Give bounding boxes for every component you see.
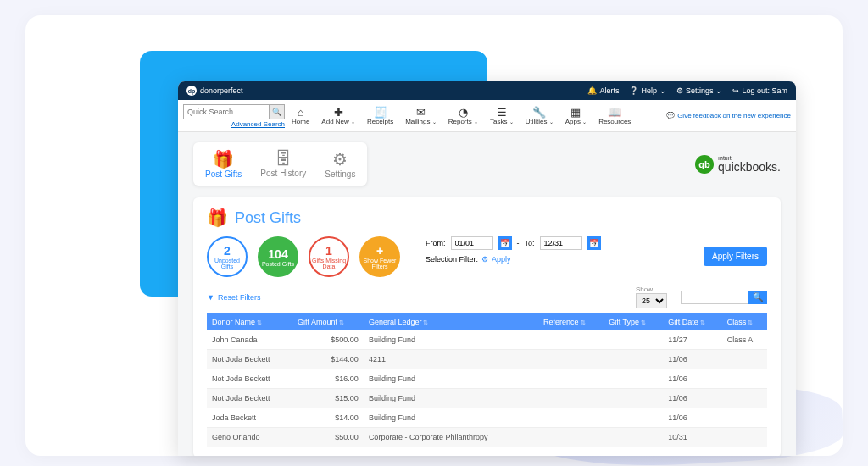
table-row[interactable]: John Canada$500.00Building Fund11/27Clas…: [207, 330, 767, 350]
content-area: 🎁Post Gifts🗄Post History⚙Settings qb ınt…: [178, 132, 796, 456]
sort-icon: ⇅: [700, 319, 705, 325]
settings-menu[interactable]: ⚙Settings⌄: [676, 86, 723, 95]
search-icon: 🔍: [272, 108, 281, 116]
chevron-down-icon: ⌄: [659, 86, 666, 95]
logout-icon: ↪: [732, 86, 739, 95]
nav-icon: 🔧: [532, 107, 546, 118]
sort-icon: ⇅: [423, 319, 428, 325]
nav-utilities[interactable]: 🔧Utilities ⌄: [526, 107, 554, 125]
table-row[interactable]: Not Joda Beckett$15.00Building Fund11/06: [207, 389, 767, 408]
filter-gear-icon[interactable]: ⚙: [481, 255, 488, 264]
chevron-down-icon: ⌄: [474, 119, 478, 125]
nav-icon: ☰: [497, 107, 507, 118]
nav-icon: ▦: [570, 107, 581, 118]
sort-icon: ⇅: [748, 319, 753, 325]
col-reference[interactable]: Reference⇅: [538, 313, 604, 330]
nav-icon: 🧾: [374, 107, 387, 118]
sort-icon: ⇅: [641, 319, 646, 325]
col-blank[interactable]: [526, 313, 538, 330]
col-gift-amount[interactable]: Gift Amount⇅: [292, 313, 364, 330]
col-general-ledger[interactable]: General Ledger⇅: [364, 313, 526, 330]
funnel-icon: ▼: [207, 293, 214, 302]
stat-posted-gifts[interactable]: 104Posted Gifts: [258, 236, 298, 277]
from-date-input[interactable]: [451, 236, 493, 250]
nav-icon: ✚: [334, 107, 343, 118]
table-search-input[interactable]: [681, 291, 748, 304]
nav-icon: 📖: [608, 107, 621, 118]
advanced-search-link[interactable]: Advanced Search: [183, 120, 285, 128]
table-row[interactable]: Joda Beckett$14.00Building Fund11/06: [207, 408, 767, 428]
bell-icon: 🔔: [587, 86, 597, 95]
gear-icon: ⚙: [676, 86, 683, 95]
apply-filter-link[interactable]: Apply: [492, 255, 511, 264]
qb-icon: qb: [695, 155, 714, 174]
product-name: donorperfect: [200, 86, 243, 95]
chevron-down-icon: ⌄: [715, 86, 722, 95]
search-icon: 🔍: [753, 292, 763, 302]
tab-icon: 🗄: [275, 149, 292, 169]
nav-home[interactable]: ⌂Home: [292, 107, 309, 125]
apply-filters-button[interactable]: Apply Filters: [704, 247, 767, 266]
nav-resources[interactable]: 📖Resources: [598, 107, 631, 125]
tab-icon: ⚙: [332, 149, 348, 169]
table-row[interactable]: Not Joda Beckett$16.00Building Fund11/06: [207, 369, 767, 389]
sort-icon: ⇅: [581, 319, 586, 325]
tab-card: 🎁Post Gifts🗄Post History⚙Settings: [193, 142, 367, 186]
tab-settings[interactable]: ⚙Settings: [325, 149, 355, 179]
logout-link[interactable]: ↪Log out: Sam: [732, 86, 787, 95]
chevron-down-icon: ⌄: [582, 119, 587, 125]
stat-show-fewer-filters[interactable]: +Show Fewer Filters: [359, 236, 400, 277]
app-window: dp donorperfect 🔔Alerts ❔Help⌄ ⚙Settings…: [178, 81, 796, 456]
table-search-button[interactable]: 🔍: [748, 291, 767, 304]
search-button[interactable]: 🔍: [269, 105, 284, 119]
col-gift-date[interactable]: Gift Date⇅: [663, 313, 722, 330]
gifts-table: Donor Name⇅Gift Amount⇅General Ledger⇅Re…: [207, 313, 767, 447]
quickbooks-logo: qb ıntuıt quickbooks.: [695, 155, 781, 174]
tab-post-history[interactable]: 🗄Post History: [260, 149, 306, 179]
nav-mailings[interactable]: ✉Mailings ⌄: [405, 107, 437, 125]
topbar: dp donorperfect 🔔Alerts ❔Help⌄ ⚙Settings…: [178, 81, 796, 100]
chevron-down-icon: ⌄: [509, 119, 514, 125]
calendar-icon[interactable]: 📅: [498, 236, 512, 250]
nav-add-new[interactable]: ✚Add New ⌄: [321, 107, 355, 125]
sort-icon: ⇅: [257, 319, 262, 325]
stat-circles: 2Unposted Gifts104Posted Gifts1Gifts Mis…: [207, 236, 400, 277]
sort-icon: ⇅: [339, 319, 344, 325]
gift-icon: 🎁: [207, 208, 228, 228]
alerts-menu[interactable]: 🔔Alerts: [587, 86, 619, 95]
nav-icon: ✉: [416, 107, 426, 118]
col-gift-type[interactable]: Gift Type⇅: [604, 313, 663, 330]
nav-receipts[interactable]: 🧾Receipts: [367, 107, 393, 125]
main-nav: 🔍 Advanced Search ⌂Home✚Add New ⌄🧾Receip…: [178, 100, 796, 132]
table-row[interactable]: Not Joda Beckett$144.00421111/06: [207, 350, 767, 369]
nav-apps[interactable]: ▦Apps ⌄: [565, 107, 587, 125]
table-row[interactable]: Geno Orlando$50.00Corporate - Corporate …: [207, 428, 767, 447]
main-card: 🎁 Post Gifts 2Unposted Gifts104Posted Gi…: [193, 197, 781, 456]
feedback-link[interactable]: 💬Give feedback on the new experience: [666, 112, 791, 119]
nav-icon: ⌂: [298, 107, 304, 118]
nav-reports[interactable]: ◔Reports ⌄: [448, 107, 478, 125]
tab-icon: 🎁: [213, 149, 234, 169]
tab-post-gifts[interactable]: 🎁Post Gifts: [205, 149, 242, 179]
stat-unposted-gifts[interactable]: 2Unposted Gifts: [207, 236, 248, 277]
col-class[interactable]: Class⇅: [722, 313, 767, 330]
chevron-down-icon: ⌄: [432, 119, 437, 125]
stat-gifts-missing-data[interactable]: 1Gifts Missing Data: [309, 236, 349, 277]
feedback-icon: 💬: [666, 112, 675, 119]
to-date-input[interactable]: [540, 236, 582, 250]
nav-tasks[interactable]: ☰Tasks ⌄: [490, 107, 514, 125]
calendar-icon[interactable]: 📅: [587, 236, 601, 250]
logo-icon: dp: [186, 86, 197, 96]
page-title: 🎁 Post Gifts: [207, 208, 767, 228]
help-icon: ❔: [629, 86, 638, 95]
chevron-down-icon: ⌄: [549, 119, 554, 125]
page-size-select[interactable]: 25: [636, 293, 667, 308]
col-donor-name[interactable]: Donor Name⇅: [207, 313, 292, 330]
help-menu[interactable]: ❔Help⌄: [629, 86, 666, 95]
nav-icon: ◔: [459, 107, 468, 118]
reset-filters-link[interactable]: ▼ Reset Filters: [207, 293, 260, 302]
chevron-down-icon: ⌄: [351, 119, 355, 125]
search-input[interactable]: [184, 106, 269, 118]
